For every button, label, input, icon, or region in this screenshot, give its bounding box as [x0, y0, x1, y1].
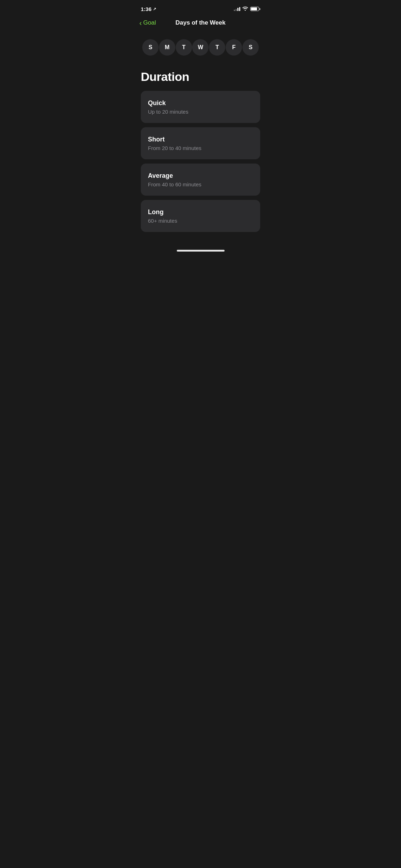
wifi-icon: [242, 6, 248, 12]
duration-card-short-title: Short: [148, 136, 253, 143]
days-of-week: SMTWTFS: [141, 39, 260, 56]
day-monday-label: M: [165, 44, 169, 51]
page-title: Days of the Week: [175, 19, 225, 26]
day-thursday-label: T: [215, 44, 219, 51]
duration-card-quick-title: Quick: [148, 99, 253, 107]
duration-heading: Duration: [141, 70, 260, 84]
duration-card-long-subtitle: 60+ minutes: [148, 218, 253, 224]
duration-card-average[interactable]: AverageFrom 40 to 60 minutes: [141, 164, 260, 196]
day-friday[interactable]: F: [226, 39, 242, 56]
day-thursday[interactable]: T: [209, 39, 225, 56]
day-wednesday[interactable]: W: [192, 39, 209, 56]
back-button[interactable]: ‹ Goal: [139, 19, 156, 27]
duration-card-long[interactable]: Long60+ minutes: [141, 200, 260, 232]
main-content: SMTWTFS Duration QuickUp to 20 minutesSh…: [134, 32, 267, 232]
navigation-bar: ‹ Goal Days of the Week: [134, 16, 267, 32]
duration-card-short-subtitle: From 20 to 40 minutes: [148, 145, 253, 151]
status-time: 1:36 ↗: [141, 6, 156, 12]
back-chevron-icon: ‹: [139, 19, 142, 27]
duration-cards: QuickUp to 20 minutesShortFrom 20 to 40 …: [141, 91, 260, 232]
duration-card-quick[interactable]: QuickUp to 20 minutes: [141, 91, 260, 123]
day-saturday[interactable]: S: [242, 39, 259, 56]
location-icon: ↗: [153, 7, 156, 11]
day-tuesday[interactable]: T: [176, 39, 192, 56]
day-saturday-label: S: [249, 44, 253, 51]
day-sunday[interactable]: S: [142, 39, 159, 56]
signal-strength-icon: [234, 7, 240, 11]
day-sunday-label: S: [149, 44, 153, 51]
time-display: 1:36: [141, 6, 151, 12]
day-wednesday-label: W: [198, 44, 203, 51]
home-bar: [177, 250, 225, 252]
home-indicator: [134, 243, 267, 254]
duration-card-quick-subtitle: Up to 20 minutes: [148, 109, 253, 115]
duration-card-short[interactable]: ShortFrom 20 to 40 minutes: [141, 127, 260, 159]
day-tuesday-label: T: [182, 44, 186, 51]
day-friday-label: F: [232, 44, 236, 51]
day-monday[interactable]: M: [159, 39, 175, 56]
duration-card-average-title: Average: [148, 172, 253, 180]
back-label: Goal: [143, 19, 156, 26]
status-bar: 1:36 ↗: [134, 0, 267, 16]
battery-icon: [250, 7, 260, 11]
duration-card-average-subtitle: From 40 to 60 minutes: [148, 181, 253, 187]
status-icons: [234, 6, 260, 12]
duration-card-long-title: Long: [148, 208, 253, 216]
